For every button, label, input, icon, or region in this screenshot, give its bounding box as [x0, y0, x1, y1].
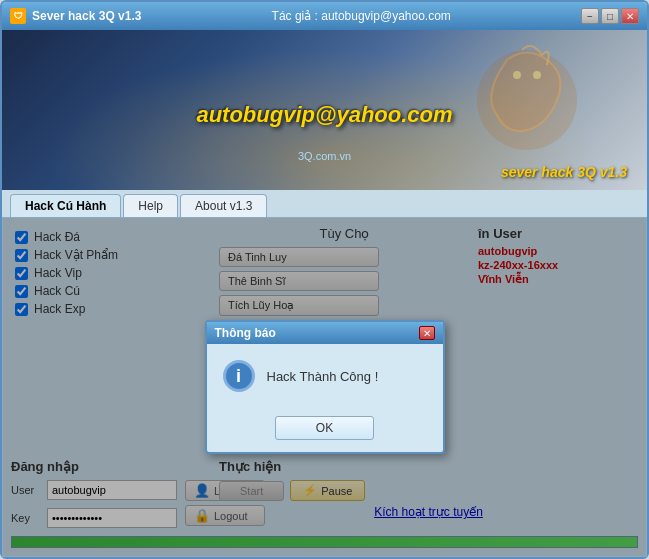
main-window: 🛡 Sever hack 3Q v1.3 Tác giả : autobugvi…	[0, 0, 649, 559]
modal-message: Hack Thành Công !	[267, 369, 379, 384]
modal-dialog: Thông báo ✕ i Hack Thành Công ! OK	[205, 320, 445, 454]
tab-hack-cu-hanh[interactable]: Hack Cú Hành	[10, 194, 121, 217]
tab-about[interactable]: About v1.3	[180, 194, 267, 217]
minimize-button[interactable]: −	[581, 8, 599, 24]
modal-close-button[interactable]: ✕	[419, 326, 435, 340]
tab-help[interactable]: Help	[123, 194, 178, 217]
banner-site: 3Q.com.vn	[298, 150, 351, 162]
content-area: Hack Đá Hack Vật Phẩm Hack Vip Hack Cú	[2, 217, 647, 557]
banner-email: autobugvip@yahoo.com	[196, 102, 452, 128]
svg-point-2	[533, 71, 541, 79]
banner-version: sever hack 3Q v1.3	[501, 164, 627, 180]
svg-point-1	[513, 71, 521, 79]
modal-title: Thông báo	[215, 326, 276, 340]
modal-ok-button[interactable]: OK	[275, 416, 374, 440]
title-bar-left: 🛡 Sever hack 3Q v1.3	[10, 8, 141, 24]
info-icon: i	[223, 360, 255, 392]
modal-overlay: Thông báo ✕ i Hack Thành Công ! OK	[3, 218, 646, 556]
modal-title-bar: Thông báo ✕	[207, 322, 443, 344]
maximize-button[interactable]: □	[601, 8, 619, 24]
close-button[interactable]: ✕	[621, 8, 639, 24]
app-icon: 🛡	[10, 8, 26, 24]
modal-footer: OK	[207, 408, 443, 452]
window-controls: − □ ✕	[581, 8, 639, 24]
dragon-image	[467, 40, 587, 160]
banner: autobugvip@yahoo.com 3Q.com.vn sever hac…	[2, 30, 647, 190]
modal-body: i Hack Thành Công !	[207, 344, 443, 408]
author-label: Tác giả : autobugvip@yahoo.com	[272, 9, 451, 23]
title-bar: 🛡 Sever hack 3Q v1.3 Tác giả : autobugvi…	[2, 2, 647, 30]
tabs-bar: Hack Cú Hành Help About v1.3	[2, 190, 647, 217]
window-title: Sever hack 3Q v1.3	[32, 9, 141, 23]
